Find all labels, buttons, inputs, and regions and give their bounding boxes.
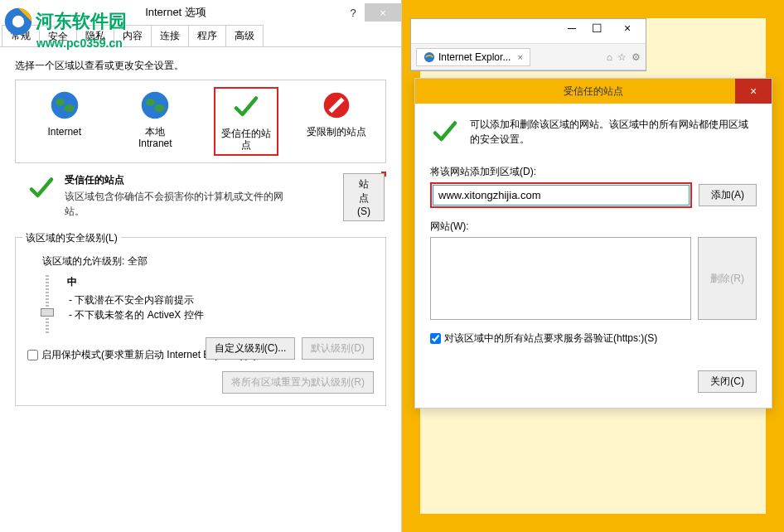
trusted-message: 可以添加和删除该区域的网站。该区域中的所有网站都使用区域的安全设置。 (470, 117, 757, 147)
tab-strip: 常规安全隐私内容连接程序高级 (0, 25, 401, 47)
help-button[interactable]: ? (341, 3, 365, 22)
tab-连接[interactable]: 连接 (151, 25, 189, 46)
sites-button-highlight: 站点(S) (381, 172, 386, 177)
zone-select-label: 选择一个区域以查看或更改安全设置。 (15, 59, 386, 73)
security-level-legend: 该区域的安全级别(L) (22, 231, 121, 245)
add-button[interactable]: 添加(A) (699, 184, 757, 206)
zone-desc-title: 受信任的站点 (65, 173, 386, 187)
reset-all-button[interactable]: 将所有区域重置为默认级别(R) (222, 371, 374, 394)
security-slider[interactable] (39, 275, 56, 333)
check-icon (27, 173, 56, 203)
close-button[interactable]: × (365, 3, 401, 22)
tab-隐私[interactable]: 隐私 (76, 25, 114, 46)
internet-options-dialog: Internet 选项 ? × 常规安全隐私内容连接程序高级 选择一个区域以查看… (0, 0, 402, 532)
protected-mode-checkbox[interactable] (27, 350, 38, 360)
zone-受信任的站点[interactable]: 受信任的站点 (214, 87, 278, 156)
ie-icon (423, 51, 435, 63)
tab-title: Internet Explor... (438, 51, 511, 63)
tab-程序[interactable]: 程序 (188, 25, 226, 46)
trusted-title-text: 受信任的站点 (564, 85, 623, 99)
add-site-input[interactable] (433, 185, 690, 206)
ie-tab-row: Internet Explor... × ⌂ ☆ ⚙ (411, 44, 646, 70)
tab-close-icon[interactable]: × (517, 52, 522, 62)
https-label: 对该区域中的所有站点要求服务器验证(https:)(S) (444, 331, 657, 346)
close-button[interactable]: × (609, 19, 646, 37)
svg-point-6 (146, 99, 155, 106)
zone-受限制的站点[interactable]: 受限制的站点 (304, 87, 369, 156)
sites-button[interactable]: 站点(S) (343, 173, 385, 221)
websites-listbox[interactable] (430, 237, 691, 320)
trusted-titlebar: 受信任的站点 × (415, 79, 772, 104)
allow-level-label: 该区域的允许级别: 全部 (42, 254, 374, 268)
zone-list: Internet本地Intranet受信任的站点受限制的站点 (15, 80, 386, 163)
zone-本地Intranet[interactable]: 本地Intranet (123, 87, 187, 156)
level-line-1: - 下载潜在不安全内容前提示 (69, 293, 374, 307)
close-dialog-button[interactable]: 关闭(C) (698, 370, 757, 393)
zone-Internet[interactable]: Internet (32, 87, 97, 156)
favorites-icon[interactable]: ☆ (617, 51, 627, 63)
svg-point-2 (51, 92, 78, 118)
svg-point-3 (56, 99, 65, 106)
default-level-button[interactable]: 默认级别(D) (302, 337, 374, 360)
level-line-2: - 不下载未签名的 ActiveX 控件 (69, 307, 374, 322)
gear-icon[interactable]: ⚙ (632, 51, 641, 63)
tab-高级[interactable]: 高级 (225, 25, 264, 46)
remove-button[interactable]: 删除(R) (698, 237, 757, 320)
maximize-button[interactable]: ☐ (584, 19, 609, 37)
minimize-button[interactable]: ─ (559, 19, 584, 37)
dialog-title: Internet 选项 (10, 5, 341, 20)
zone-desc-text: 该区域包含你确信不会损害你的计算机或文件的网站。 (65, 189, 297, 219)
home-icon[interactable]: ⌂ (607, 51, 612, 63)
browser-tab[interactable]: Internet Explor... × (416, 48, 530, 66)
close-button[interactable]: × (735, 79, 772, 104)
custom-level-button[interactable]: 自定义级别(C)... (206, 337, 296, 360)
svg-point-4 (64, 104, 75, 112)
https-checkbox[interactable] (430, 333, 441, 344)
tab-常规[interactable]: 常规 (2, 25, 40, 46)
tab-安全[interactable]: 安全 (39, 26, 77, 47)
svg-point-5 (142, 92, 168, 118)
add-input-highlight (430, 182, 692, 208)
zone-description: 受信任的站点 该区域包含你确信不会损害你的计算机或文件的网站。 站点(S) (15, 173, 386, 219)
level-name: 中 (67, 275, 374, 289)
trusted-sites-dialog: 受信任的站点 × 可以添加和删除该区域的网站。该区域中的所有网站都使用区域的安全… (414, 78, 772, 409)
svg-point-7 (154, 104, 165, 112)
add-site-label: 将该网站添加到区域(D): (430, 165, 757, 179)
ie-browser-window: ─ ☐ × Internet Explor... × ⌂ ☆ ⚙ (410, 18, 646, 71)
tab-内容[interactable]: 内容 (114, 25, 152, 46)
websites-label: 网站(W): (430, 220, 757, 234)
check-icon (430, 117, 460, 147)
titlebar: Internet 选项 ? × (0, 0, 401, 25)
ie-titlebar: ─ ☐ × (411, 19, 646, 44)
security-level-fieldset: 该区域的安全级别(L) 该区域的允许级别: 全部 中 - 下载潜在不安全内容前提… (15, 237, 386, 406)
